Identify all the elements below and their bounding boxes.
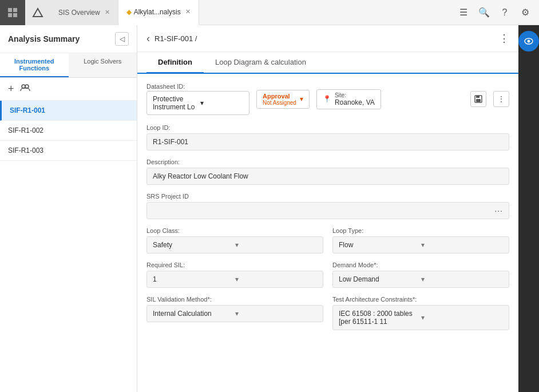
group-button[interactable] [20, 82, 30, 96]
srs-project-label: SRS Project ID [146, 193, 509, 200]
sidebar: Analysis Summary ◁ Instrumented Function… [0, 25, 137, 392]
tab-alkylat-label: Alkylat...nalysis [134, 8, 181, 16]
loop-class-group: Loop Class: Safety ▾ [146, 227, 323, 254]
datasheet-row: Datasheet ID: Protective Instrument Lo ▾… [146, 83, 509, 115]
right-panel-eye-button[interactable] [518, 31, 539, 52]
site-section: Site: Roanoke, VA [335, 92, 375, 106]
more-form-options-button[interactable]: ⋮ [493, 91, 509, 107]
right-panel [518, 25, 539, 392]
tab-alkylat-analysis[interactable]: ◆ Alkylat...nalysis ✕ [118, 0, 199, 25]
loop-class-chevron-icon: ▾ [235, 241, 318, 249]
list-icon[interactable]: ☰ [454, 3, 473, 22]
loop-class-type-row: Loop Class: Safety ▾ Loop Type: Flow ▾ [146, 227, 509, 254]
dashboard-icon-tab[interactable] [0, 0, 25, 25]
test-arch-value: IEC 61508 : 2000 tables [per 61511-1 11 [339, 310, 421, 326]
svg-rect-8 [476, 96, 479, 98]
site-box[interactable]: 📍 Site: Roanoke, VA [316, 89, 381, 109]
tab-sis-overview-close[interactable]: ✕ [105, 9, 110, 16]
tab-sis-overview[interactable]: SIS Overview ✕ [50, 0, 118, 25]
srs-project-ellipsis-button[interactable]: ··· [489, 203, 509, 219]
loop-id-value: R1-SIF-001 [146, 133, 509, 151]
content-tabs: Definition Loop Diagram & calculation [137, 52, 518, 74]
loop-id-label: Loop ID: [146, 124, 509, 131]
datasheet-section: Datasheet ID: Protective Instrument Lo ▾ [146, 83, 249, 115]
triangle-icon-tab[interactable] [25, 0, 50, 25]
demand-mode-chevron-icon: ▾ [421, 275, 504, 283]
loop-class-select[interactable]: Safety ▾ [146, 236, 323, 254]
approval-sublabel: Not Assigned [263, 100, 296, 106]
sil-validation-value: Internal Calculation [153, 310, 235, 318]
description-label: Description: [146, 159, 509, 165]
sidebar-item-sif-r1-001[interactable]: SIF-R1-001 [0, 101, 137, 121]
svg-point-6 [25, 85, 29, 88]
validation-arch-row: SIL Validation Method*: Internal Calcula… [146, 296, 509, 330]
svg-rect-9 [476, 99, 481, 102]
sidebar-title: Analysis Summary [8, 34, 80, 43]
required-sil-group: Required SIL: 1 ▾ [146, 262, 323, 288]
loop-type-select[interactable]: Flow ▾ [332, 236, 509, 254]
datasheet-select-value: Protective Instrument Lo [153, 95, 196, 111]
srs-project-group: SRS Project ID ··· [146, 193, 509, 219]
sil-validation-select[interactable]: Internal Calculation ▾ [146, 305, 323, 322]
add-item-button[interactable]: + [8, 83, 14, 95]
srs-project-input-container: ··· [146, 202, 509, 219]
sidebar-tab-instrumented-functions[interactable]: Instrumented Functions [0, 53, 69, 77]
demand-mode-value: Low Demand [339, 275, 421, 283]
demand-mode-select[interactable]: Low Demand ▾ [332, 271, 509, 288]
search-icon[interactable]: 🔍 [475, 3, 493, 22]
sil-demand-row: Required SIL: 1 ▾ Demand Mode*: Low Dema… [146, 262, 509, 288]
test-arch-group: Test Architecture Constraints*: IEC 6150… [332, 296, 509, 330]
content-area: ‹ R1-SIF-001 / ⋮ Definition Loop Diagram… [137, 25, 518, 392]
tab-sis-overview-label: SIS Overview [58, 9, 100, 17]
test-arch-select[interactable]: IEC 61508 : 2000 tables [per 61511-1 11 … [332, 305, 509, 330]
datasheet-select[interactable]: Protective Instrument Lo ▾ [146, 91, 249, 115]
sidebar-collapse-button[interactable]: ◁ [115, 32, 129, 46]
sidebar-toolbar: + [0, 78, 137, 101]
back-button[interactable]: ‹ [146, 33, 150, 45]
sidebar-list: SIF-R1-001 SIF-R1-002 SIF-R1-003 [0, 101, 137, 392]
required-sil-chevron-icon: ▾ [235, 275, 318, 283]
sidebar-tabs: Instrumented Functions Logic Solvers [0, 53, 137, 78]
settings-icon[interactable]: ⚙ [516, 3, 534, 22]
loop-class-value: Safety [153, 241, 235, 249]
srs-project-input[interactable] [147, 203, 489, 219]
test-arch-label: Test Architecture Constraints*: [332, 296, 509, 303]
location-pin-icon: 📍 [323, 95, 331, 103]
approval-chevron-icon: ▾ [300, 95, 303, 103]
svg-rect-2 [8, 13, 12, 17]
save-button[interactable] [470, 91, 486, 107]
required-sil-value: 1 [153, 275, 235, 283]
description-group: Description: Alky Reactor Low Coolant Fl… [146, 159, 509, 185]
test-arch-chevron-icon: ▾ [421, 314, 504, 322]
description-value: Alky Reactor Low Coolant Flow [146, 168, 509, 185]
breadcrumb: R1-SIF-001 / [154, 34, 197, 43]
sil-validation-group: SIL Validation Method*: Internal Calcula… [146, 296, 323, 330]
top-tab-bar: SIS Overview ✕ ◆ Alkylat...nalysis ✕ ☰ 🔍… [0, 0, 539, 25]
tab-definition[interactable]: Definition [146, 52, 204, 74]
svg-point-5 [22, 85, 25, 88]
svg-rect-3 [13, 13, 17, 17]
svg-marker-4 [33, 9, 42, 17]
sidebar-tab-logic-solvers[interactable]: Logic Solvers [69, 53, 137, 77]
required-sil-select[interactable]: 1 ▾ [146, 271, 323, 288]
help-icon[interactable]: ? [496, 3, 514, 22]
loop-type-value: Flow [339, 241, 421, 249]
site-label: Site: [335, 92, 375, 98]
sidebar-header: Analysis Summary ◁ [0, 25, 137, 53]
approval-box[interactable]: Approval Not Assigned ▾ [256, 90, 310, 109]
loop-class-label: Loop Class: [146, 227, 323, 234]
datasheet-id-label: Datasheet ID: [146, 83, 249, 90]
sidebar-item-sif-r1-002[interactable]: SIF-R1-002 [0, 121, 137, 141]
more-options-button[interactable]: ⋮ [499, 32, 509, 45]
tab-alkylat-close[interactable]: ✕ [185, 8, 191, 15]
demand-mode-label: Demand Mode*: [332, 262, 509, 268]
required-sil-label: Required SIL: [146, 262, 323, 268]
svg-point-11 [528, 40, 530, 43]
sidebar-item-sif-r1-003[interactable]: SIF-R1-003 [0, 141, 137, 161]
demand-mode-group: Demand Mode*: Low Demand ▾ [332, 262, 509, 288]
tab-loop-diagram[interactable]: Loop Diagram & calculation [204, 52, 318, 74]
approval-label: Approval [263, 93, 296, 100]
approval-section: Approval Not Assigned [263, 93, 296, 106]
site-value: Roanoke, VA [335, 98, 375, 106]
datasheet-chevron-icon: ▾ [200, 99, 243, 107]
